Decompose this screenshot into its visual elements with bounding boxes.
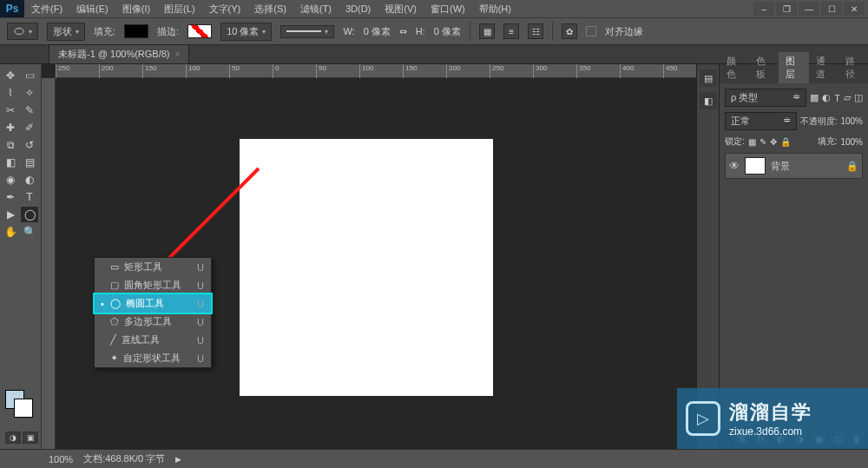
filter-adjust-icon[interactable]: ◐ — [822, 92, 831, 103]
fill-value[interactable]: 100% — [840, 137, 863, 147]
tab-channels[interactable]: 通道 — [809, 52, 838, 83]
eyedropper-tool[interactable]: ✎ — [21, 102, 38, 118]
path-align-icon[interactable]: ≡ — [503, 23, 519, 39]
gear-icon[interactable]: ✿ — [562, 23, 577, 39]
chevron-right-icon[interactable]: ▶ — [175, 455, 181, 464]
stroke-type-select[interactable]: ▾ — [280, 25, 334, 38]
marquee-tool[interactable]: ▭ — [21, 68, 38, 83]
flyout-rounded-rect-tool[interactable]: ▢ 圆角矩形工具 U — [95, 276, 211, 294]
ruler-mark: 100 — [359, 64, 403, 78]
lock-paint-icon[interactable]: ✎ — [760, 137, 766, 147]
blend-mode-select[interactable]: 正常≑ — [725, 112, 797, 130]
eraser-tool[interactable]: ◧ — [2, 155, 19, 170]
tab-paths[interactable]: 路径 — [838, 52, 868, 83]
window-minimize[interactable]: — — [799, 2, 819, 16]
ruler-horizontal[interactable]: 250 200 150 100 50 0 50 100 150 200 250 … — [56, 64, 696, 78]
window-maximize[interactable]: ☐ — [821, 2, 842, 16]
menu-layer[interactable]: 图层(L) — [157, 3, 201, 16]
history-brush-tool[interactable]: ↺ — [21, 137, 38, 153]
menu-window[interactable]: 窗口(W) — [424, 3, 472, 16]
path-ops-icon[interactable]: ▦ — [479, 23, 495, 39]
screenmode-icon[interactable]: ▣ — [23, 432, 38, 444]
filter-type-icon[interactable]: T — [834, 93, 840, 103]
type-tool[interactable]: T — [21, 189, 38, 205]
zoom-level[interactable]: 100% — [49, 454, 73, 465]
quickmask-icon[interactable]: ◑ — [5, 432, 21, 444]
current-tool-icon[interactable]: ▾ — [7, 23, 38, 40]
tab-color[interactable]: 颜色 — [720, 52, 749, 83]
filter-smart-icon[interactable]: ◫ — [854, 92, 863, 103]
flyout-line-tool[interactable]: ╱ 直线工具 U — [95, 331, 211, 349]
ruler-mark: 50 — [316, 64, 359, 78]
fill-swatch[interactable] — [124, 24, 148, 38]
hand-tool[interactable]: ✋ — [2, 224, 19, 240]
visibility-icon[interactable]: 👁 — [729, 160, 740, 172]
path-select-tool[interactable]: ▶ — [2, 207, 19, 222]
link-wh-icon[interactable]: ⇔ — [399, 26, 407, 37]
move-tool[interactable]: ✥ — [2, 68, 19, 83]
background-color[interactable] — [14, 399, 33, 418]
brush-tool[interactable]: ✐ — [21, 120, 38, 135]
gradient-tool[interactable]: ▤ — [21, 155, 38, 170]
flyout-polygon-tool[interactable]: ⬠ 多边形工具 U — [95, 313, 211, 331]
menubar: Ps 文件(F) 编辑(E) 图像(I) 图层(L) 文字(Y) 选择(S) 滤… — [0, 0, 868, 17]
dodge-tool[interactable]: ◐ — [21, 172, 38, 188]
toolbox: ✥▭ ⌇✧ ✂✎ ✚✐ ⧉↺ ◧▤ ◉◐ ✒T ▶◯ ✋🔍 ◑ ▣ — [0, 64, 42, 449]
crop-tool[interactable]: ✂ — [2, 102, 19, 118]
filter-shape-icon[interactable]: ▱ — [844, 92, 851, 103]
lock-pos-icon[interactable]: ✥ — [770, 137, 777, 147]
close-icon[interactable]: × — [175, 49, 181, 59]
window-minimize-inner[interactable]: – — [753, 2, 774, 16]
document-canvas[interactable] — [240, 139, 493, 396]
document-tab[interactable]: 未标题-1 @ 100%(RGB/8) × — [49, 44, 189, 63]
heal-tool[interactable]: ✚ — [2, 120, 19, 135]
properties-panel-icon[interactable]: ◧ — [700, 92, 717, 109]
lasso-tool[interactable]: ⌇ — [2, 85, 19, 101]
window-close[interactable]: ✕ — [844, 2, 865, 16]
tab-swatches[interactable]: 色板 — [749, 52, 779, 83]
flyout-custom-shape-tool[interactable]: ✦ 自定形状工具 U — [95, 349, 211, 367]
divider — [552, 22, 553, 41]
stamp-tool[interactable]: ⧉ — [2, 137, 19, 153]
filter-pixel-icon[interactable]: ▩ — [810, 92, 819, 103]
flyout-ellipse-tool[interactable]: • ◯ 椭圆工具 U — [95, 294, 211, 313]
layer-kind-filter[interactable]: ρ 类型≑ — [725, 89, 806, 107]
shape-tool[interactable]: ◯ — [21, 207, 38, 222]
lock-icon[interactable]: 🔒 — [846, 161, 858, 172]
stroke-swatch[interactable] — [187, 24, 212, 38]
flyout-rectangle-tool[interactable]: ▭ 矩形工具 U — [95, 258, 211, 276]
lock-all-icon[interactable]: 🔒 — [780, 137, 791, 147]
layer-row[interactable]: 👁 背景 🔒 — [725, 153, 863, 179]
blur-tool[interactable]: ◉ — [2, 172, 19, 188]
layer-name[interactable]: 背景 — [771, 160, 790, 173]
layer-thumbnail[interactable] — [745, 157, 766, 175]
width-value: 0 像素 — [364, 25, 391, 38]
align-edges-checkbox[interactable] — [586, 26, 596, 36]
history-panel-icon[interactable]: ▤ — [700, 69, 717, 87]
menu-file[interactable]: 文件(F) — [24, 3, 69, 16]
menu-view[interactable]: 视图(V) — [378, 3, 424, 16]
flyout-label: 多边形工具 — [124, 315, 172, 328]
menu-select[interactable]: 选择(S) — [247, 3, 293, 16]
menu-filter[interactable]: 滤镜(T) — [293, 3, 339, 16]
pen-tool[interactable]: ✒ — [2, 189, 19, 205]
doc-size-info[interactable]: 文档:468.8K/0 字节 — [83, 452, 165, 465]
menu-edit[interactable]: 编辑(E) — [69, 3, 115, 16]
wand-tool[interactable]: ✧ — [21, 85, 38, 101]
menu-3d[interactable]: 3D(D) — [339, 3, 378, 14]
window-restore-inner[interactable]: ❐ — [776, 2, 797, 16]
lock-trans-icon[interactable]: ▦ — [748, 137, 756, 147]
ruler-vertical[interactable] — [42, 78, 56, 449]
stroke-size-input[interactable]: 10 像素 ▾ — [220, 23, 272, 41]
watermark-url: zixue.3d66.com — [729, 425, 812, 438]
ruler-mark: 200 — [99, 64, 142, 78]
shape-mode-select[interactable]: 形状 ▾ — [47, 23, 85, 41]
ruler-mark: 150 — [403, 64, 446, 78]
menu-type[interactable]: 文字(Y) — [202, 3, 248, 16]
zoom-tool[interactable]: 🔍 — [21, 224, 38, 240]
menu-image[interactable]: 图像(I) — [115, 3, 157, 16]
opacity-value[interactable]: 100% — [840, 116, 863, 126]
tab-layers[interactable]: 图层 — [779, 52, 808, 83]
menu-help[interactable]: 帮助(H) — [472, 3, 518, 16]
path-arrange-icon[interactable]: ☷ — [528, 23, 543, 39]
